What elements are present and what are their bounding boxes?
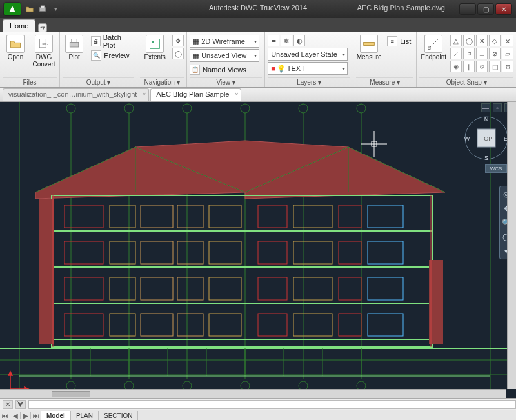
minimize-button[interactable]: — [459, 3, 476, 15]
command-line[interactable]: ✕ ⮟ [0, 398, 516, 410]
viewcube-w: W [464, 135, 470, 142]
svg-point-24 [357, 104, 366, 113]
snap-perp-icon[interactable]: ⊥ [476, 48, 488, 59]
dwg-convert-button[interactable]: DWG DWG Convert [31, 34, 57, 68]
quick-access-toolbar: ▾ [25, 4, 61, 14]
panel-title-navigation[interactable]: Navigation ▾ [140, 77, 184, 87]
svg-rect-71 [64, 277, 103, 300]
layout-tabs: ⏮ ◀ ▶ ⏭ Model PLAN SECTION [0, 410, 516, 420]
close-tab-icon[interactable]: × [143, 91, 146, 97]
svg-rect-81 [110, 314, 135, 336]
close-button[interactable]: ✕ [495, 3, 512, 15]
snap-ins-icon[interactable]: ⌑ [463, 48, 475, 59]
panel-title-layers[interactable]: Layers ▾ [268, 77, 350, 87]
batch-plot-button[interactable]: 🖨Batch Plot [88, 35, 134, 48]
plot-icon[interactable] [37, 4, 48, 14]
batch-plot-icon: 🖨 [91, 36, 100, 46]
layout-tab-section[interactable]: SECTION [99, 411, 138, 420]
viewcube[interactable]: N S E W TOP [463, 115, 510, 161]
snap-tan-icon[interactable]: ⊘ [489, 48, 501, 59]
svg-rect-53 [64, 205, 103, 228]
layout-first-button[interactable]: ⏮ [0, 412, 10, 419]
endpoint-icon [427, 37, 440, 50]
layout-prev-button[interactable]: ◀ [10, 412, 21, 419]
svg-rect-8 [364, 43, 375, 46]
preview-button[interactable]: 🔍Preview [88, 49, 134, 62]
ribbon-tabstrip: Home •▾ [0, 18, 516, 32]
svg-point-7 [152, 41, 154, 43]
measure-button[interactable]: Measure [356, 34, 382, 61]
tab-expand-button[interactable]: •▾ [38, 23, 47, 32]
layout-tab-model[interactable]: Model [41, 411, 71, 420]
open-button[interactable]: Open [3, 34, 28, 61]
named-views-button[interactable]: 📋Named Views [190, 63, 262, 76]
vertical-scrollbar[interactable] [507, 102, 516, 389]
qat-dropdown-icon[interactable]: ▾ [50, 4, 61, 14]
svg-rect-68 [293, 241, 332, 264]
file-tabs-row: visualization_-_con…inium_with_skylight×… [0, 88, 516, 102]
svg-point-22 [241, 104, 250, 113]
pan-button[interactable]: ✥ [172, 35, 184, 46]
panel-title-view[interactable]: View ▾ [190, 77, 262, 87]
snap-none-icon[interactable]: ⦸ [476, 61, 488, 72]
list-button[interactable]: ≡List [384, 35, 413, 48]
plot-button[interactable]: Plot [63, 34, 86, 61]
maximize-button[interactable]: ▢ [477, 3, 494, 15]
panel-title-output[interactable]: Output ▾ [63, 77, 134, 87]
svg-rect-87 [339, 314, 361, 336]
layout-last-button[interactable]: ⏭ [31, 412, 41, 419]
layout-next-button[interactable]: ▶ [21, 412, 31, 419]
svg-rect-67 [258, 241, 287, 264]
file-tab-2[interactable]: AEC Bldg Plan Sample× [150, 88, 241, 101]
svg-rect-65 [177, 241, 203, 264]
layer-freeze-button[interactable]: ❄ [281, 35, 292, 46]
snap-mid-icon[interactable]: △ [450, 35, 462, 46]
snap-node-icon[interactable]: ✕ [476, 35, 488, 46]
app-menu-button[interactable] [4, 3, 21, 15]
svg-text:DWG: DWG [41, 42, 48, 46]
visual-style-combo[interactable]: ▦2D Wireframe [190, 35, 259, 48]
named-views-combo[interactable]: ▦Unsaved View [190, 49, 259, 62]
svg-rect-77 [293, 277, 332, 300]
cmd-close-icon[interactable]: ✕ [3, 400, 13, 409]
snap-int-icon[interactable]: ⨯ [502, 35, 513, 46]
extents-button[interactable]: Extents [140, 34, 170, 61]
close-tab-icon[interactable]: × [235, 91, 238, 97]
snap-app-icon[interactable]: ⊗ [450, 61, 462, 72]
layer-state-combo[interactable]: Unsaved Layer State [268, 48, 348, 61]
file-tab-1[interactable]: visualization_-_con…inium_with_skylight× [3, 88, 149, 101]
snap-set-icon[interactable]: ⚙ [502, 61, 513, 72]
layer-combo[interactable]: ■💡TEXT [268, 62, 348, 75]
panel-title-osnap[interactable]: Object Snap ▾ [419, 77, 513, 87]
svg-rect-55 [141, 205, 173, 228]
panel-output: Plot 🖨Batch Plot 🔍Preview Output ▾ [60, 32, 137, 87]
panel-files: Open DWG DWG Convert Files [0, 32, 60, 87]
horizontal-scrollbar[interactable] [0, 389, 506, 398]
orbit-button[interactable]: ◯ [172, 48, 184, 59]
layout-tab-plan[interactable]: PLAN [71, 411, 99, 420]
layer-off-button[interactable]: ◐ [293, 35, 305, 46]
svg-rect-66 [209, 241, 241, 264]
panel-title-measure[interactable]: Measure ▾ [356, 77, 413, 87]
svg-rect-88 [368, 314, 403, 336]
app-logo-icon [8, 5, 17, 14]
svg-rect-74 [177, 277, 203, 300]
snap-near-icon[interactable]: ▱ [502, 48, 513, 59]
snap-ext-icon[interactable]: ⟋ [450, 48, 462, 59]
named-views-icon: 📋 [190, 65, 200, 75]
tab-home[interactable]: Home [3, 19, 35, 32]
snap-quad-icon[interactable]: ◇ [489, 35, 501, 46]
snap-3d-icon[interactable]: ◫ [489, 61, 501, 72]
endpoint-button[interactable]: Endpoint [419, 34, 448, 61]
snap-center-icon[interactable]: ◯ [463, 35, 475, 46]
layer-prop-button[interactable]: ≣ [268, 35, 279, 46]
preview-icon: 🔍 [91, 50, 101, 61]
open-icon[interactable] [25, 4, 35, 14]
panel-view: ▦2D Wireframe ▦Unsaved View 📋Named Views… [187, 32, 265, 87]
svg-rect-6 [150, 39, 160, 49]
wcs-label[interactable]: WCS [485, 164, 507, 173]
cmd-expand-icon[interactable]: ⮟ [15, 400, 26, 409]
svg-rect-86 [293, 314, 332, 336]
snap-par-icon[interactable]: ∥ [463, 61, 475, 72]
drawing-canvas[interactable]: — ▫ ✕ [0, 102, 516, 398]
